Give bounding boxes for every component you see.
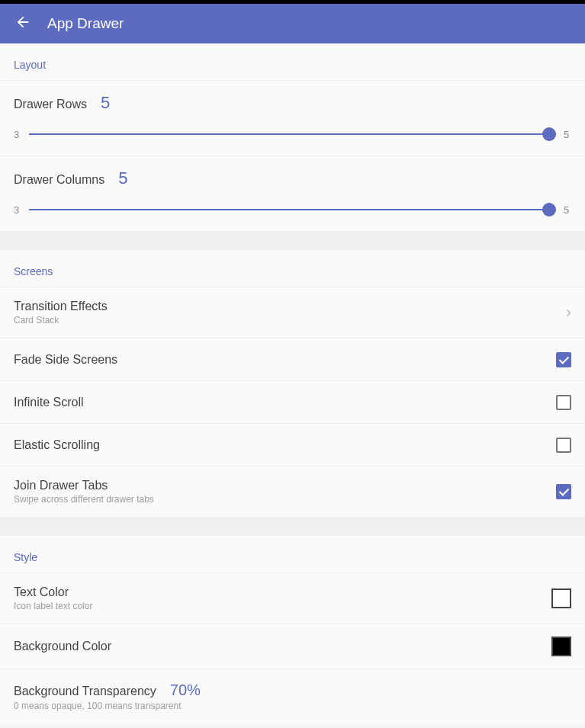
page-title: App Drawer	[47, 15, 124, 32]
drawer-columns-value: 5	[118, 168, 127, 188]
join-drawer-tabs-sub: Swipe across different drawer tabs	[14, 494, 556, 505]
slider-rail	[29, 209, 556, 210]
join-drawer-tabs-item[interactable]: Join Drawer Tabs Swipe across different …	[0, 467, 585, 518]
drawer-rows-min: 3	[14, 129, 21, 140]
text-color-sub: Icon label text color	[14, 601, 551, 611]
section-header-style: Style	[0, 536, 585, 573]
drawer-columns-label: Drawer Columns	[14, 173, 104, 187]
text-color-swatch[interactable]	[551, 588, 571, 608]
drawer-rows-label: Drawer Rows	[14, 98, 87, 111]
join-drawer-tabs-label: Join Drawer Tabs	[14, 479, 556, 492]
infinite-scroll-checkbox[interactable]	[556, 395, 571, 410]
elastic-scrolling-item[interactable]: Elastic Scrolling	[0, 424, 585, 467]
transition-effects-value: Card Stack	[14, 315, 566, 326]
elastic-scrolling-label: Elastic Scrolling	[14, 438, 556, 452]
background-transparency-item[interactable]: Background Transparency 70% 0 means opaq…	[0, 669, 585, 723]
section-header-screens: Screens	[0, 250, 585, 287]
transition-effects-item[interactable]: Transition Effects Card Stack ›	[0, 287, 585, 338]
infinite-scroll-label: Infinite Scroll	[14, 396, 556, 409]
join-drawer-tabs-checkbox[interactable]	[556, 484, 571, 499]
drawer-rows-setting: Drawer Rows 5 3 5	[0, 81, 585, 156]
fade-side-screens-label: Fade Side Screens	[14, 353, 556, 367]
drawer-rows-value: 5	[101, 93, 110, 113]
back-button[interactable]	[12, 13, 34, 34]
drawer-columns-min: 3	[14, 204, 21, 216]
background-transparency-label: Background Transparency	[14, 685, 156, 698]
section-header-layout: Layout	[0, 43, 585, 81]
fade-side-screens-item[interactable]: Fade Side Screens	[0, 338, 585, 381]
background-transparency-sub: 0 means opaque, 100 means transparent	[14, 701, 571, 711]
text-color-label: Text Color	[14, 585, 551, 599]
infinite-scroll-item[interactable]: Infinite Scroll	[0, 381, 585, 424]
slider-thumb[interactable]	[542, 127, 556, 141]
slider-rail	[29, 133, 556, 135]
fade-side-screens-checkbox[interactable]	[556, 352, 571, 367]
section-gap	[0, 518, 585, 536]
drawer-rows-slider[interactable]	[29, 127, 556, 142]
app-bar: App Drawer	[0, 4, 585, 43]
elastic-scrolling-checkbox[interactable]	[556, 438, 571, 453]
transition-effects-label: Transition Effects	[14, 300, 566, 313]
drawer-columns-slider[interactable]	[29, 202, 556, 217]
background-transparency-value: 70%	[170, 681, 201, 699]
drawer-columns-max: 5	[564, 204, 571, 216]
background-color-item[interactable]: Background Color	[0, 624, 585, 669]
background-color-swatch[interactable]	[551, 637, 571, 656]
background-color-label: Background Color	[14, 640, 551, 653]
slider-thumb[interactable]	[542, 203, 556, 216]
chevron-right-icon: ›	[566, 303, 571, 322]
drawer-columns-setting: Drawer Columns 5 3 5	[0, 156, 585, 232]
drawer-rows-max: 5	[564, 129, 571, 140]
section-gap	[0, 232, 585, 250]
text-color-item[interactable]: Text Color Icon label text color	[0, 573, 585, 624]
back-arrow-icon	[14, 14, 31, 34]
